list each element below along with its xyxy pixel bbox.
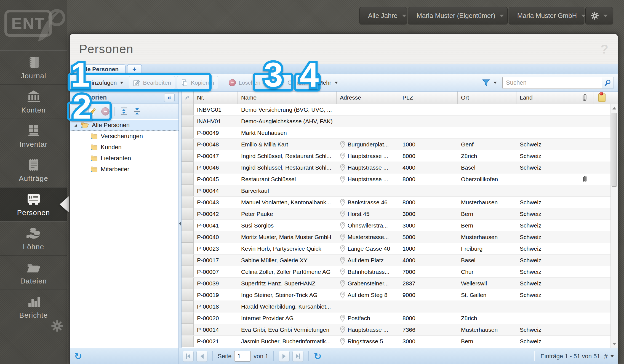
tree-expander-icon[interactable] — [74, 123, 78, 127]
sidebar-settings-button[interactable] — [51, 320, 63, 333]
table-row[interactable]: P-00041Susi Sorglos Ohnswilerstra...3000… — [182, 220, 610, 231]
prev-page-button[interactable] — [196, 351, 207, 362]
cell-attachment — [576, 301, 593, 312]
company-selector[interactable]: Maria Muster GmbH — [509, 7, 584, 24]
category-add-button[interactable]: + — [74, 107, 82, 116]
sidebar-item-konten[interactable]: Konten — [0, 85, 67, 119]
help-icon[interactable]: ? — [601, 42, 608, 57]
table-row[interactable]: P-00039Superfritz Hanz, SuperHANZ Graben… — [182, 278, 610, 289]
edit-button[interactable]: Bearbeiten — [129, 76, 175, 89]
table-row[interactable]: P-00007Celina Zoller, Zoller Parfümerie … — [182, 266, 610, 278]
table-row[interactable]: P-00043Manuel Vonlanten, Kantonalbank...… — [182, 197, 610, 208]
scroll-down-button[interactable] — [611, 340, 618, 347]
collapse-panel-button[interactable]: « — [164, 93, 175, 102]
tree-item-lieferanten[interactable]: Lieferanten — [70, 153, 178, 164]
cell-plz — [399, 127, 458, 138]
column-header-land[interactable]: Land — [516, 92, 576, 104]
table-row[interactable]: P-00018Harald Weiterbildung, Kursanbiet.… — [182, 301, 610, 312]
table-row[interactable]: INAHV01Demo-Ausgleichskasse (AHV, FAK) — [182, 116, 610, 127]
map-pin-icon — [340, 152, 345, 160]
window-content: Kategorien « + − — [70, 92, 618, 348]
sidebar-item-berichte[interactable]: Berichte — [0, 290, 67, 324]
column-header-attachments[interactable] — [576, 92, 593, 104]
cell-note — [593, 139, 610, 150]
search-button[interactable] — [602, 77, 614, 89]
table-row[interactable]: P-00014Eva Gribi, Eva Gribi Vermietungen… — [182, 324, 610, 336]
filter-button[interactable] — [478, 76, 501, 89]
triangle-right-icon — [296, 354, 299, 359]
more-button[interactable]: Mehr — [314, 76, 342, 89]
table-row[interactable]: P-00040Moritz Muster, Maria Muster GmbH … — [182, 231, 610, 243]
tree-item-alle-personen[interactable]: Alle Personen — [70, 120, 178, 131]
column-menu-button[interactable]: # — [604, 352, 614, 360]
column-header-selector[interactable] — [182, 92, 194, 104]
refresh-icon[interactable]: ↻ — [314, 352, 322, 361]
copy-button[interactable]: Kopieren — [177, 76, 218, 89]
scrollbar-thumb[interactable] — [612, 113, 617, 187]
add-button[interactable]: + Hinzufügen — [74, 76, 127, 89]
row-handle — [182, 173, 194, 185]
cell-adresse: Hauptstrasse ... — [337, 162, 399, 173]
sidebar-item-dateien[interactable]: Dateien — [0, 256, 67, 290]
row-handle — [182, 162, 194, 173]
cell-ort — [458, 104, 516, 115]
column-header-name[interactable]: Name — [238, 92, 337, 104]
sidebar-item-journal[interactable]: Journal — [0, 50, 67, 85]
column-header-plz[interactable]: PLZ — [399, 92, 458, 104]
cell-adresse — [337, 116, 399, 127]
column-header-adresse[interactable]: Adresse — [337, 92, 399, 104]
sidebar-item-loehne[interactable]: Löhne — [0, 221, 67, 256]
sidebar-item-inventar[interactable]: Inventar — [0, 119, 67, 153]
add-tab-button[interactable]: + — [127, 64, 142, 74]
category-edit-button[interactable] — [87, 107, 96, 116]
open-button[interactable]: Öffnen — [273, 76, 309, 89]
table-row[interactable]: P-00045Restaurant Schlüssel Hauptstrasse… — [182, 173, 610, 185]
expand-all-button[interactable] — [120, 107, 128, 116]
settings-button[interactable] — [585, 7, 613, 24]
page-number-input[interactable] — [234, 351, 251, 362]
column-header-ort[interactable]: Ort — [458, 92, 516, 104]
cell-attachment — [576, 208, 593, 220]
splitter-collapse-icon[interactable] — [179, 221, 181, 226]
scroll-up-button[interactable] — [611, 105, 618, 112]
panel-splitter[interactable] — [179, 92, 182, 348]
table-row[interactable]: P-00044Barverkauf — [182, 185, 610, 197]
table-row[interactable]: P-00017Sabine Müller, Galerie XY Auf dem… — [182, 255, 610, 266]
categories-toolbar: + − — [70, 104, 178, 119]
search-input[interactable] — [502, 77, 602, 89]
sidebar-item-auftraege[interactable]: Aufträge — [0, 153, 67, 187]
triangle-down-icon — [612, 343, 616, 345]
year-selector[interactable]: Alle Jahre — [359, 7, 407, 24]
next-page-button[interactable] — [279, 351, 290, 362]
refresh-icon[interactable]: ↻ — [74, 352, 82, 361]
collapse-all-button[interactable] — [133, 107, 141, 116]
tab-alle-personen[interactable]: Alle Personen — [73, 64, 126, 74]
table-row[interactable]: P-00020Internet Provider AG Postfach8000… — [182, 312, 610, 324]
table-row[interactable]: P-00047Ingird Schlüssel, Restaurant Schl… — [182, 150, 610, 162]
sidebar-item-personen[interactable]: Personen — [0, 187, 67, 221]
last-page-button[interactable] — [292, 351, 303, 362]
tree-item-mitarbeiter[interactable]: Mitarbeiter — [70, 164, 178, 175]
table-row[interactable]: P-00019Ingo Steiner, Steiner-Trick AG Au… — [182, 289, 610, 301]
table-row[interactable]: P-00049Markt Neuhausen — [182, 127, 610, 139]
map-pin-icon — [340, 338, 345, 345]
column-header-nr[interactable]: Nr. — [194, 92, 238, 104]
table-row[interactable]: P-00046Ingird Schlüssel, Restaurant Schl… — [182, 162, 610, 173]
delete-button[interactable]: − Löschen — [225, 76, 264, 89]
cell-land — [516, 116, 576, 127]
tree-item-versicherungen[interactable]: Versicherungen — [70, 131, 178, 142]
user-selector[interactable]: Maria Muster (Eigentümer) — [408, 7, 508, 24]
cell-land: Schweiz — [516, 266, 576, 277]
table-row[interactable]: P-00021Jasmin Bucher, Bucherinformatik..… — [182, 336, 610, 347]
vertical-scrollbar[interactable] — [610, 104, 618, 348]
map-pin-icon — [340, 326, 345, 333]
table-row[interactable]: P-00042Peter Pauke Horst 453000BernSchwe… — [182, 208, 610, 220]
table-row[interactable]: P-00048Emilio & Milia Kart Burgunderplat… — [182, 139, 610, 150]
column-header-notes[interactable] — [593, 92, 610, 104]
first-page-button[interactable] — [183, 351, 194, 362]
table-row[interactable]: INBVG01Demo-Versicherung (BVG, UVG, ... — [182, 104, 610, 116]
category-delete-button[interactable]: − — [101, 107, 110, 116]
cell-ort: Zürich — [458, 312, 516, 324]
tree-item-kunden[interactable]: Kunden — [70, 142, 178, 153]
table-row[interactable]: P-00023Kevin Horb, Partyservice Quick Lä… — [182, 243, 610, 255]
